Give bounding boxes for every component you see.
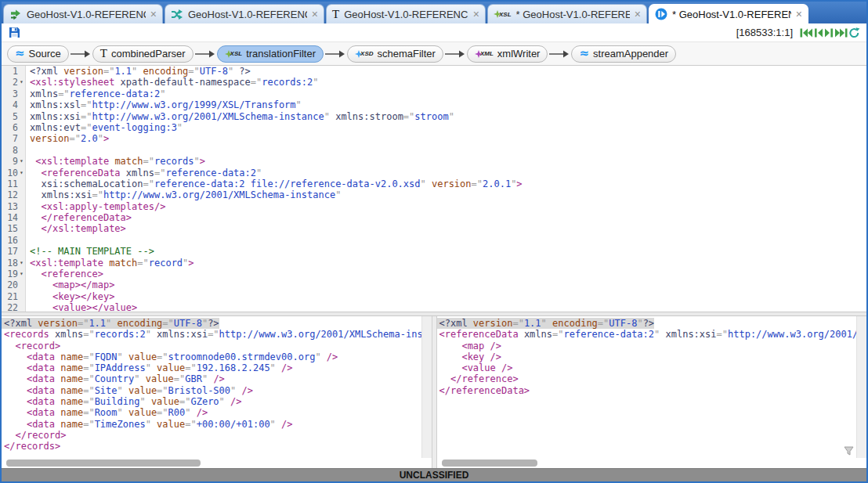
tab-label: * GeoHost-V1.0-REFERENCE	[672, 9, 791, 20]
pipeline-element-translationfilter[interactable]: XSL translationFilter	[217, 45, 324, 63]
scrollbar-thumb[interactable]	[6, 460, 201, 467]
xsd-icon: XSD	[355, 50, 373, 58]
stepper-icon	[655, 8, 667, 20]
input-pane[interactable]: <?xml version="1.1" encoding="UTF-8"?><r…	[2, 316, 432, 468]
tab-label: GeoHost-V1.0-REFERENCE	[344, 9, 468, 20]
feed-icon	[9, 8, 22, 20]
vertical-splitter[interactable]	[432, 316, 437, 468]
save-icon[interactable]	[9, 27, 20, 38]
pipeline-arrow	[445, 49, 465, 59]
output-pane-code: <?xml version="1.1" encoding="UTF-8"?><r…	[437, 318, 867, 396]
pipeline-element-source[interactable]: ≈ Source	[7, 45, 69, 63]
step-prev-icon[interactable]	[813, 28, 823, 38]
pipeline-arrow	[549, 49, 570, 59]
pipeline-arrow	[195, 49, 215, 59]
pipeline-element-streamappender[interactable]: ≈ streamAppender	[571, 45, 676, 63]
tab-bar: GeoHost-V1.0-REFERENCE × GeoHost-V1.0-RE…	[2, 2, 866, 23]
output-vertical-scrollbar[interactable]	[856, 316, 866, 458]
xslt-editor[interactable]: 1<?xml version="1.1" encoding="UTF-8" ?>…	[2, 66, 866, 312]
tab-label: GeoHost-V1.0-REFERENCE	[27, 9, 146, 20]
step-first-icon[interactable]	[800, 28, 812, 38]
xslt-icon: XSL	[225, 50, 243, 58]
filter-icon[interactable]	[844, 446, 854, 458]
xml-icon: XML	[475, 50, 494, 58]
close-icon[interactable]: ×	[473, 9, 479, 20]
scrollbar-thumb[interactable]	[442, 460, 537, 467]
close-icon[interactable]: ×	[635, 9, 641, 20]
classification-banner: UNCLASSIFIED	[2, 468, 866, 481]
close-icon[interactable]: ×	[796, 9, 802, 20]
stream-icon: ≈	[15, 48, 25, 59]
step-refresh-icon[interactable]	[848, 27, 860, 38]
step-data-panes: <?xml version="1.1" encoding="UTF-8"?><r…	[2, 316, 866, 468]
close-icon[interactable]: ×	[150, 9, 157, 20]
input-vertical-scrollbar[interactable]	[421, 316, 432, 458]
stream-icon: ≈	[579, 48, 589, 59]
pipeline-element-xmlwriter[interactable]: XML xmlWriter	[467, 45, 548, 63]
tab-geohost-xslt[interactable]: XSL * GeoHost-V1.0-REFERENCE ×	[487, 4, 647, 23]
pipeline-element-schemafilter[interactable]: XSD schemaFilter	[347, 45, 443, 63]
text-converter-icon: T	[100, 48, 107, 59]
pipeline-element-label: streamAppender	[593, 48, 668, 59]
step-toolbar: [168533:1:1]	[2, 23, 866, 42]
pipeline-element-label: translationFilter	[246, 48, 316, 59]
input-horizontal-scrollbar[interactable]	[3, 460, 420, 467]
tab-label: * GeoHost-V1.0-REFERENCE	[516, 9, 630, 20]
stroom-app-window: GeoHost-V1.0-REFERENCE × GeoHost-V1.0-RE…	[0, 0, 868, 483]
pipeline-structure: ≈ Source T combinedParser XSL translatio…	[2, 42, 866, 66]
tab-geohost-textconverter[interactable]: T GeoHost-V1.0-REFERENCE ×	[326, 4, 486, 23]
step-next-icon[interactable]	[824, 28, 834, 38]
pipeline-icon	[171, 9, 183, 20]
pipeline-element-combinedparser[interactable]: T combinedParser	[92, 45, 193, 63]
pipeline-element-label: combinedParser	[111, 48, 186, 59]
pipeline-element-label: schemaFilter	[378, 48, 436, 59]
tab-geohost-feed[interactable]: GeoHost-V1.0-REFERENCE ×	[3, 4, 163, 23]
close-icon[interactable]: ×	[312, 9, 318, 20]
input-pane-code: <?xml version="1.1" encoding="UTF-8"?><r…	[2, 318, 432, 452]
tab-label: GeoHost-V1.0-REFERENCE	[188, 9, 307, 20]
pipeline-element-label: xmlWriter	[497, 48, 541, 59]
tab-geohost-pipeline[interactable]: GeoHost-V1.0-REFERENCE ×	[165, 4, 324, 23]
pipeline-arrow	[71, 49, 91, 59]
output-pane[interactable]: <?xml version="1.1" encoding="UTF-8"?><r…	[437, 316, 867, 468]
text-converter-icon: T	[332, 9, 339, 20]
xslt-icon: XSL	[494, 10, 512, 18]
tab-geohost-stepping[interactable]: * GeoHost-V1.0-REFERENCE ×	[649, 4, 808, 23]
step-location: [168533:1:1]	[736, 27, 793, 38]
classification-label: UNCLASSIFIED	[400, 470, 469, 481]
pipeline-arrow	[325, 49, 345, 59]
pipeline-element-label: Source	[29, 48, 61, 59]
output-horizontal-scrollbar[interactable]	[439, 460, 855, 467]
step-last-icon[interactable]	[835, 28, 848, 38]
